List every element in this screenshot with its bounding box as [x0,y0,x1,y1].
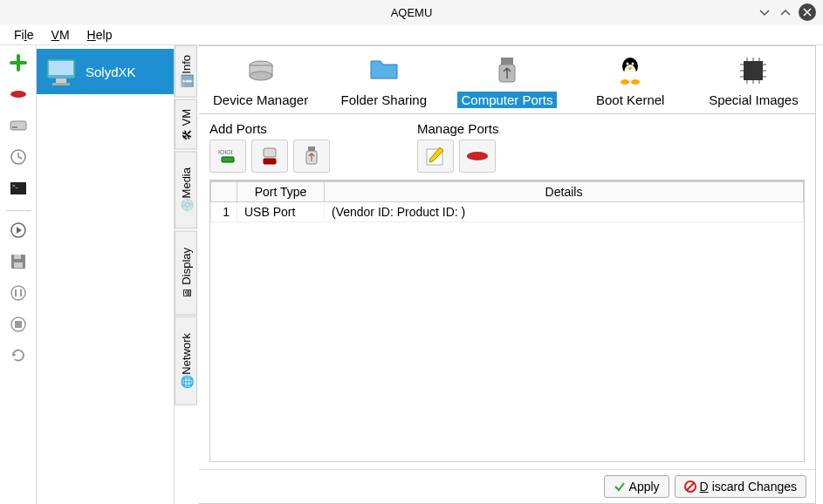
svg-rect-1 [10,121,26,130]
tab-label: Special Images [705,92,802,108]
svg-rect-9 [14,262,23,268]
svg-point-25 [632,63,634,65]
close-button[interactable] [799,3,816,21]
delete-port-button[interactable] [459,140,496,173]
play-button[interactable] [6,218,31,242]
title-buttons [757,3,816,21]
tab-folder-sharing[interactable]: Folder Sharing [322,51,445,113]
svg-point-10 [11,286,25,300]
cell-details: (Vendor ID: Product ID: ) [325,202,804,222]
tab-label: Computer Ports [457,92,556,108]
usb-icon [490,53,525,88]
menubar: File VM Help [0,24,823,45]
save-button[interactable] [6,249,31,274]
svg-rect-8 [14,255,21,259]
manage-ports-label: Manage Ports [417,121,498,136]
col-num[interactable] [211,182,237,202]
content-area: ℹ️Info 🛠VM 💿Media 🖥Display 🌐Network Devi… [175,45,823,504]
sidetab-media[interactable]: 💿Media [175,151,197,228]
remove-vm-button[interactable] [6,82,31,106]
maximize-button[interactable] [778,4,793,20]
menu-help[interactable]: Help [80,26,120,44]
add-usb-port-button[interactable] [293,140,330,173]
menu-vm[interactable]: VM [45,26,77,44]
svg-point-0 [10,91,26,98]
add-parallel-port-button[interactable] [251,140,288,173]
tab-boot-kernel[interactable]: Boot Kernel [569,51,692,113]
svg-rect-15 [56,78,66,83]
add-ports-label: Add Ports [209,121,330,136]
side-tabs: ℹ️Info 🛠VM 💿Media 🖥Display 🌐Network [175,45,197,504]
main-area: >_ SolydXK ℹ️Info 🛠VM 💿Media 🖥Display 🌐N… [0,45,823,504]
svg-rect-28 [744,61,763,80]
display-icon: 🖥 [181,288,191,298]
top-tabs: Device Manager Folder Sharing Computer P… [199,46,815,114]
svg-text:IOIOI: IOIOI [218,149,233,155]
svg-rect-12 [15,321,22,328]
network-icon: 🌐 [181,378,191,389]
refresh-button[interactable] [6,344,31,368]
main-panel: Device Manager Folder Sharing Computer P… [199,45,816,504]
menu-file[interactable]: File [7,26,41,44]
footer: Apply Discard Changes [199,469,815,503]
drive-icon [243,53,278,88]
svg-rect-31 [264,148,276,157]
sidetab-info[interactable]: ℹ️Info [175,45,197,98]
tab-device-manager[interactable]: Device Manager [199,51,322,113]
folder-icon [367,53,401,88]
clock-button[interactable] [6,145,31,169]
svg-rect-16 [52,83,70,85]
info-icon: ℹ️ [181,78,191,88]
add-vm-button[interactable] [6,51,31,75]
panel-body: Add Ports IOIOI Manage Ports [199,114,815,469]
stop-button[interactable] [6,312,31,337]
svg-point-26 [621,79,629,85]
svg-rect-33 [308,146,315,151]
tab-label: Boot Kernel [593,92,668,108]
svg-rect-32 [264,159,276,164]
vm-item-label: SolydXK [86,65,136,79]
terminal-button[interactable]: >_ [6,176,31,201]
tab-special-images[interactable]: Special Images [692,51,815,113]
cell-type: USB Port [237,202,325,222]
monitor-icon [45,56,77,87]
tab-computer-ports[interactable]: Computer Ports [445,51,568,113]
media-icon: 💿 [181,202,191,213]
wrench-icon: 🛠 [181,129,191,140]
add-serial-port-button[interactable]: IOIOI [209,140,246,173]
chip-icon [736,53,771,88]
col-details[interactable]: Details [325,182,804,202]
penguin-icon [613,53,648,88]
toolbar-separator [6,208,31,211]
svg-rect-30 [222,157,234,162]
apply-button[interactable]: Apply [604,475,669,498]
vm-list: SolydXK [37,45,175,504]
disk-button[interactable] [6,113,31,138]
svg-rect-20 [501,58,513,65]
sidetab-network[interactable]: 🌐Network [175,317,197,405]
col-port-type[interactable]: Port Type [237,182,325,202]
pause-button[interactable] [6,281,31,305]
tab-label: Device Manager [209,92,312,108]
manage-ports-section: Manage Ports [417,121,498,173]
minimize-button[interactable] [757,4,772,20]
svg-point-19 [250,72,272,80]
svg-point-24 [627,63,629,65]
edit-port-button[interactable] [417,140,454,173]
sidetab-display[interactable]: 🖥Display [175,231,197,316]
svg-point-36 [467,152,488,160]
svg-point-27 [631,79,640,85]
window-title: AQEMU [391,6,433,19]
titlebar: AQEMU [0,0,823,24]
discard-button[interactable]: Discard Changes [675,475,806,498]
svg-text:>_: >_ [12,183,19,188]
vm-item-solydxk[interactable]: SolydXK [37,49,174,94]
svg-rect-14 [49,61,73,75]
ports-table: Port Type Details 1 USB Port (Vendor ID:… [209,180,805,462]
svg-rect-2 [12,126,17,128]
table-row[interactable]: 1 USB Port (Vendor ID: Product ID: ) [211,202,804,222]
cell-num: 1 [211,202,237,222]
left-toolbar: >_ [0,45,37,504]
sidetab-vm[interactable]: 🛠VM [175,99,197,150]
tab-label: Folder Sharing [338,92,430,108]
